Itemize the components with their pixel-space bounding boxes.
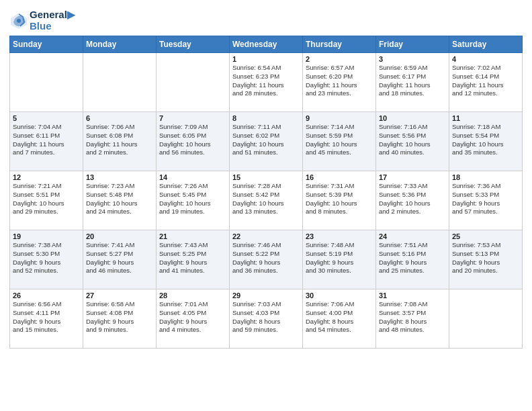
day-number: 18 — [452, 173, 519, 181]
weekday-header-thursday: Thursday — [303, 36, 376, 53]
calendar-cell: 11Sunrise: 7:18 AM Sunset: 5:54 PM Dayli… — [449, 112, 523, 171]
calendar-cell: 8Sunrise: 7:11 AM Sunset: 6:02 PM Daylig… — [230, 112, 303, 171]
page-container: General▶ Blue SundayMondayTuesdayWednesd… — [0, 0, 532, 354]
day-info: Sunrise: 7:09 AM Sunset: 6:05 PM Dayligh… — [159, 123, 226, 157]
calendar-cell: 21Sunrise: 7:43 AM Sunset: 5:25 PM Dayli… — [157, 230, 230, 289]
weekday-header-row: SundayMondayTuesdayWednesdayThursdayFrid… — [10, 36, 523, 53]
calendar-cell: 19Sunrise: 7:38 AM Sunset: 5:30 PM Dayli… — [10, 230, 83, 289]
calendar-week-row: 1Sunrise: 6:54 AM Sunset: 6:23 PM Daylig… — [10, 53, 523, 112]
calendar-cell: 29Sunrise: 7:03 AM Sunset: 4:03 PM Dayli… — [230, 289, 303, 349]
day-number: 19 — [13, 232, 80, 240]
calendar-cell: 13Sunrise: 7:23 AM Sunset: 5:48 PM Dayli… — [83, 171, 157, 230]
day-number: 6 — [86, 114, 153, 122]
day-number: 4 — [452, 55, 519, 63]
day-info: Sunrise: 7:18 AM Sunset: 5:54 PM Dayligh… — [452, 123, 519, 157]
calendar-cell: 26Sunrise: 6:56 AM Sunset: 4:11 PM Dayli… — [10, 289, 83, 349]
calendar-cell: 14Sunrise: 7:26 AM Sunset: 5:45 PM Dayli… — [157, 171, 230, 230]
day-number: 20 — [86, 232, 153, 240]
day-info: Sunrise: 7:21 AM Sunset: 5:51 PM Dayligh… — [13, 182, 80, 216]
calendar-cell — [83, 53, 157, 112]
day-number: 17 — [379, 173, 446, 181]
calendar-week-row: 19Sunrise: 7:38 AM Sunset: 5:30 PM Dayli… — [10, 230, 523, 289]
day-info: Sunrise: 6:54 AM Sunset: 6:23 PM Dayligh… — [232, 64, 300, 98]
day-info: Sunrise: 7:11 AM Sunset: 6:02 PM Dayligh… — [232, 123, 300, 157]
calendar-cell: 9Sunrise: 7:14 AM Sunset: 5:59 PM Daylig… — [303, 112, 376, 171]
logo-text: General▶ Blue — [30, 9, 75, 32]
day-info: Sunrise: 7:01 AM Sunset: 4:05 PM Dayligh… — [159, 300, 226, 334]
weekday-header-monday: Monday — [83, 36, 157, 53]
calendar-cell: 31Sunrise: 7:08 AM Sunset: 3:57 PM Dayli… — [376, 289, 449, 349]
weekday-header-sunday: Sunday — [10, 36, 83, 53]
day-number: 11 — [452, 114, 519, 122]
day-number: 26 — [13, 291, 80, 300]
day-number: 10 — [379, 114, 446, 122]
svg-point-1 — [17, 19, 21, 23]
calendar-cell: 23Sunrise: 7:48 AM Sunset: 5:19 PM Dayli… — [303, 230, 376, 289]
day-number: 29 — [232, 291, 300, 300]
day-info: Sunrise: 6:59 AM Sunset: 6:17 PM Dayligh… — [379, 64, 446, 98]
day-info: Sunrise: 7:51 AM Sunset: 5:16 PM Dayligh… — [379, 241, 446, 275]
calendar-cell: 1Sunrise: 6:54 AM Sunset: 6:23 PM Daylig… — [230, 53, 303, 112]
day-info: Sunrise: 7:08 AM Sunset: 3:57 PM Dayligh… — [379, 300, 446, 334]
day-info: Sunrise: 7:43 AM Sunset: 5:25 PM Dayligh… — [159, 241, 226, 275]
weekday-header-tuesday: Tuesday — [157, 36, 230, 53]
calendar-cell: 6Sunrise: 7:06 AM Sunset: 6:08 PM Daylig… — [83, 112, 157, 171]
day-number: 14 — [159, 173, 226, 181]
day-info: Sunrise: 6:57 AM Sunset: 6:20 PM Dayligh… — [306, 64, 373, 98]
day-info: Sunrise: 7:53 AM Sunset: 5:13 PM Dayligh… — [452, 241, 519, 275]
day-info: Sunrise: 7:31 AM Sunset: 5:39 PM Dayligh… — [306, 182, 373, 216]
day-number: 27 — [86, 291, 153, 300]
calendar-week-row: 5Sunrise: 7:04 AM Sunset: 6:11 PM Daylig… — [10, 112, 523, 171]
day-info: Sunrise: 7:28 AM Sunset: 5:42 PM Dayligh… — [232, 182, 300, 216]
day-number: 3 — [379, 55, 446, 63]
calendar-cell: 17Sunrise: 7:33 AM Sunset: 5:36 PM Dayli… — [376, 171, 449, 230]
day-number: 2 — [306, 55, 373, 63]
weekday-header-wednesday: Wednesday — [230, 36, 303, 53]
day-number: 13 — [86, 173, 153, 181]
calendar-cell: 24Sunrise: 7:51 AM Sunset: 5:16 PM Dayli… — [376, 230, 449, 289]
day-number: 16 — [306, 173, 373, 181]
day-number: 30 — [306, 291, 373, 300]
day-info: Sunrise: 7:04 AM Sunset: 6:11 PM Dayligh… — [13, 123, 80, 157]
day-number: 1 — [232, 55, 300, 63]
day-info: Sunrise: 7:03 AM Sunset: 4:03 PM Dayligh… — [232, 300, 300, 334]
day-info: Sunrise: 7:02 AM Sunset: 6:14 PM Dayligh… — [452, 64, 519, 98]
day-info: Sunrise: 7:38 AM Sunset: 5:30 PM Dayligh… — [13, 241, 80, 275]
calendar-cell: 27Sunrise: 6:58 AM Sunset: 4:08 PM Dayli… — [83, 289, 157, 349]
calendar-cell — [157, 53, 230, 112]
day-number: 8 — [232, 114, 300, 122]
calendar-cell: 2Sunrise: 6:57 AM Sunset: 6:20 PM Daylig… — [303, 53, 376, 112]
day-number: 28 — [159, 291, 226, 300]
logo: General▶ Blue — [9, 9, 75, 32]
calendar-cell: 10Sunrise: 7:16 AM Sunset: 5:56 PM Dayli… — [376, 112, 449, 171]
day-number: 5 — [13, 114, 80, 122]
day-info: Sunrise: 6:58 AM Sunset: 4:08 PM Dayligh… — [86, 300, 153, 334]
calendar-cell: 16Sunrise: 7:31 AM Sunset: 5:39 PM Dayli… — [303, 171, 376, 230]
day-info: Sunrise: 7:06 AM Sunset: 6:08 PM Dayligh… — [86, 123, 153, 157]
calendar-cell: 3Sunrise: 6:59 AM Sunset: 6:17 PM Daylig… — [376, 53, 449, 112]
calendar-cell: 5Sunrise: 7:04 AM Sunset: 6:11 PM Daylig… — [10, 112, 83, 171]
day-info: Sunrise: 7:41 AM Sunset: 5:27 PM Dayligh… — [86, 241, 153, 275]
day-info: Sunrise: 6:56 AM Sunset: 4:11 PM Dayligh… — [13, 300, 80, 334]
day-info: Sunrise: 7:48 AM Sunset: 5:19 PM Dayligh… — [306, 241, 373, 275]
weekday-header-saturday: Saturday — [449, 36, 523, 53]
day-info: Sunrise: 7:14 AM Sunset: 5:59 PM Dayligh… — [306, 123, 373, 157]
header: General▶ Blue — [9, 7, 523, 32]
calendar-cell: 25Sunrise: 7:53 AM Sunset: 5:13 PM Dayli… — [449, 230, 523, 289]
day-number: 9 — [306, 114, 373, 122]
calendar-cell: 15Sunrise: 7:28 AM Sunset: 5:42 PM Dayli… — [230, 171, 303, 230]
calendar-cell: 22Sunrise: 7:46 AM Sunset: 5:22 PM Dayli… — [230, 230, 303, 289]
day-info: Sunrise: 7:06 AM Sunset: 4:00 PM Dayligh… — [306, 300, 373, 334]
day-number: 15 — [232, 173, 300, 181]
day-number: 23 — [306, 232, 373, 240]
calendar-cell: 12Sunrise: 7:21 AM Sunset: 5:51 PM Dayli… — [10, 171, 83, 230]
day-number: 7 — [159, 114, 226, 122]
calendar-cell: 18Sunrise: 7:36 AM Sunset: 5:33 PM Dayli… — [449, 171, 523, 230]
logo-icon — [9, 11, 28, 30]
day-info: Sunrise: 7:16 AM Sunset: 5:56 PM Dayligh… — [379, 123, 446, 157]
day-info: Sunrise: 7:46 AM Sunset: 5:22 PM Dayligh… — [232, 241, 300, 275]
calendar-cell: 30Sunrise: 7:06 AM Sunset: 4:00 PM Dayli… — [303, 289, 376, 349]
day-info: Sunrise: 7:26 AM Sunset: 5:45 PM Dayligh… — [159, 182, 226, 216]
day-number: 31 — [379, 291, 446, 300]
day-number: 12 — [13, 173, 80, 181]
